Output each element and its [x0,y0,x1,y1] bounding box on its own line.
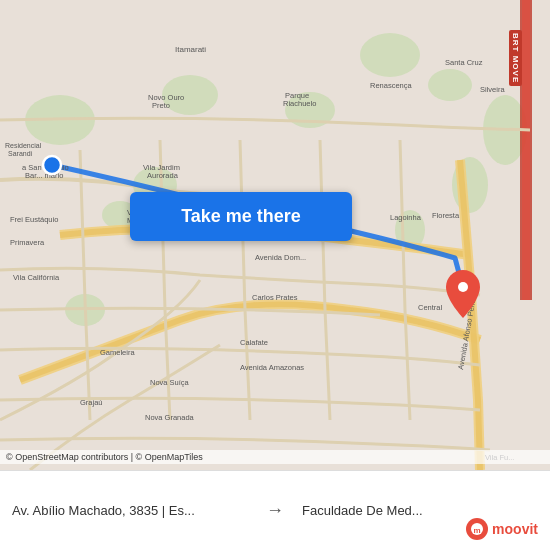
svg-text:Grajaú: Grajaú [80,398,103,407]
moovit-logo: m moovit [466,518,538,540]
svg-text:Avenida Amazonas: Avenida Amazonas [240,363,304,372]
bottom-bar: Av. Abílio Machado, 3835 | Es... → Facul… [0,470,550,550]
origin-section: Av. Abílio Machado, 3835 | Es... [12,503,256,518]
svg-text:Primavera: Primavera [10,238,45,247]
destination-section: Faculdade De Med... [294,503,538,518]
svg-text:Renascença: Renascença [370,81,413,90]
svg-point-48 [458,282,468,292]
moovit-icon: m [466,518,488,540]
svg-text:m: m [474,526,481,535]
svg-text:Itamarati: Itamarati [175,45,206,54]
svg-text:Frei Eustáquio: Frei Eustáquio [10,215,58,224]
svg-text:Calafate: Calafate [240,338,268,347]
svg-text:Silveira: Silveira [480,85,505,94]
svg-text:Nova Suíça: Nova Suíça [150,378,190,387]
svg-text:Carlos Prates: Carlos Prates [252,293,298,302]
svg-text:Riachuelo: Riachuelo [283,99,316,108]
map-container: Itamarati Novo Ouro Preto Parque Riachue… [0,0,550,470]
svg-point-7 [428,69,472,101]
origin-label: Av. Abílio Machado, 3835 | Es... [12,503,242,518]
destination-label: Faculdade De Med... [302,503,502,518]
svg-point-46 [43,156,61,174]
svg-text:Floresta: Floresta [432,211,460,220]
svg-text:Preto: Preto [152,101,170,110]
take-me-there-button[interactable]: Take me there [130,192,352,241]
app-container: Itamarati Novo Ouro Preto Parque Riachue… [0,0,550,550]
svg-text:Gameleira: Gameleira [100,348,135,357]
svg-text:Aurorada: Aurorada [147,171,179,180]
svg-rect-13 [522,0,530,300]
map-attribution: © OpenStreetMap contributors | © OpenMap… [0,450,550,464]
svg-text:Sarandi: Sarandi [8,150,33,157]
brt-move-label: BRT MOVE [509,30,522,86]
svg-text:Central: Central [418,303,443,312]
svg-text:Vila Califórnia: Vila Califórnia [13,273,60,282]
moovit-text: moovit [492,521,538,537]
svg-point-6 [360,33,420,77]
svg-text:Santa Cruz: Santa Cruz [445,58,483,67]
svg-text:Nova Granada: Nova Granada [145,413,195,422]
svg-text:Lagoinha: Lagoinha [390,213,422,222]
svg-text:Avenida Dom...: Avenida Dom... [255,253,306,262]
arrow-icon: → [256,500,294,521]
svg-text:Residencial: Residencial [5,142,42,149]
